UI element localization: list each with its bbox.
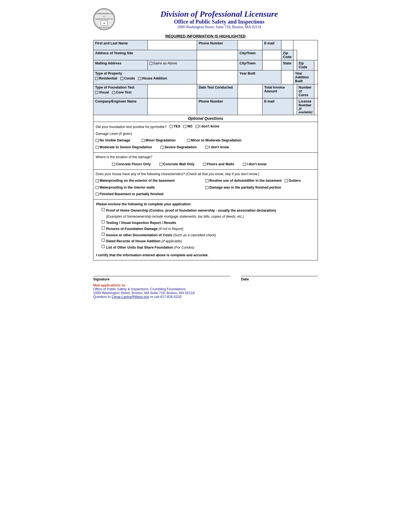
same-as-above-checkbox[interactable]: Same as Above (149, 61, 177, 65)
state-input[interactable] (293, 60, 297, 70)
type-property-label: Type of Property (95, 72, 195, 75)
checkbox-box (95, 77, 98, 80)
checkbox-box (120, 77, 123, 80)
state-label: State (281, 60, 293, 70)
logo-area: COMMONWEALTH OF MASSACHUSETTS ★ SUB LIBE… (93, 8, 121, 30)
company-engineer-input[interactable] (147, 98, 197, 115)
yes-label: YES (173, 124, 180, 129)
footer-line1: Office of Public Safety & Inspections, C… (93, 287, 318, 291)
email-label: E-mail (262, 40, 281, 50)
checkbox-box (138, 77, 141, 80)
moderate-severe-checkbox[interactable]: Moderate to Severe Degradation (96, 144, 152, 150)
zip-code-label: Zip Code (281, 50, 293, 60)
city-town-input[interactable] (262, 50, 281, 60)
visual-checkbox[interactable]: Visual (95, 90, 109, 94)
license-number-input[interactable] (314, 98, 318, 115)
core-test-label: Core Test (116, 90, 132, 94)
checkbox-box (205, 146, 208, 149)
company-phone-input[interactable] (238, 98, 262, 115)
condo-checkbox[interactable]: Condo (120, 76, 135, 80)
waterproofing-interior-checkbox[interactable]: Waterproofing in the interior walls (96, 185, 155, 190)
footer-email-link[interactable]: Cesar.Lastra@Mass.gov (112, 295, 149, 299)
finished-basement-label: Finished Basement or partially finished (99, 191, 163, 197)
mailing-zip-input[interactable] (314, 60, 318, 70)
page-header: COMMONWEALTH OF MASSACHUSETTS ★ SUB LIBE… (93, 8, 318, 30)
property-options: Residential Condo House Addition (95, 75, 195, 81)
dont-know-pyrrhotite-checkbox[interactable]: I don't know (196, 124, 219, 129)
mailing-city-town-label: City/Town (238, 60, 262, 70)
checkbox-box (206, 186, 209, 189)
residential-checkbox[interactable]: Residential (95, 76, 117, 80)
no-checkbox[interactable]: NO (183, 124, 192, 129)
first-last-name-input[interactable] (147, 40, 197, 50)
minor-moderate-checkbox[interactable]: Minor to Moderate Degradation (187, 138, 242, 143)
zip-code-input[interactable] (293, 50, 297, 60)
yes-checkbox[interactable]: YES (170, 124, 180, 129)
city-town-label: City/Town (238, 50, 262, 60)
phone-number-label: Phone Number (197, 40, 238, 50)
encl-item-5: Dated Records of House Addition (If appl… (102, 238, 315, 244)
encl-item-2-label: Testing / Visual Inspection Report / Res… (106, 221, 176, 225)
encl-item-1-label: Proof of Home Ownership (Condos: proof o… (106, 209, 276, 212)
minor-moderate-label: Minor to Moderate Degradation (191, 138, 242, 143)
certify-line: I certify that the information entered a… (96, 252, 315, 258)
dehumidifier-checkbox[interactable]: Routine use of dehumidifier in the basem… (206, 178, 282, 184)
foundation-test-input[interactable] (147, 84, 197, 98)
checkbox-box (96, 186, 99, 189)
concrete-wall-checkbox[interactable]: Concrete Wall Only (159, 161, 195, 167)
phone-number-input[interactable] (238, 40, 262, 50)
year-addition-label: Year Addition Built (293, 70, 314, 84)
dont-know-location-checkbox[interactable]: I don't know (243, 161, 266, 167)
address-testing-input[interactable] (197, 50, 238, 60)
encl-item-2-content: Testing / Visual Inspection Report / Res… (106, 220, 176, 226)
checkbox-box (183, 125, 186, 128)
characteristics-col2: Routine use of dehumidifier in the basem… (206, 178, 315, 198)
checkbox-box (96, 139, 99, 142)
encl-item-1: Proof of Home Ownership (Condos: proof o… (102, 207, 315, 220)
mailing-zip-label: Zip Code (297, 60, 314, 70)
optional-questions-header: Optional Questions (93, 115, 318, 122)
year-addition-input[interactable] (314, 70, 318, 84)
minor-degradation-checkbox[interactable]: Minor Degradation (142, 138, 176, 143)
mailing-city-input[interactable] (262, 60, 281, 70)
date-test-input[interactable] (238, 84, 262, 98)
company-email-input[interactable] (293, 98, 297, 115)
table-row: Address of Testing Site City/Town Zip Co… (93, 50, 318, 60)
property-type-input[interactable] (197, 70, 238, 84)
date-line[interactable] (241, 269, 318, 276)
encl-item-5-content: Dated Records of House Addition (If appl… (106, 238, 182, 244)
floors-walls-checkbox[interactable]: Floors and Walls (203, 161, 234, 167)
core-test-checkbox[interactable]: Core Test (112, 90, 132, 94)
num-cores-input[interactable] (314, 84, 318, 98)
severe-degradation-checkbox[interactable]: Severe Degradation (161, 144, 196, 150)
checkbox-box (149, 62, 152, 65)
table-row: Company/Engineer Name Phone Number E-mai… (93, 98, 318, 115)
signature-line[interactable] (93, 269, 230, 276)
pyrrhotite-question-line: Did your foundation test positive for py… (96, 124, 315, 130)
location-question: Where is the location of the damage? (96, 155, 152, 159)
damage-level-label: Damage Level (If given) (96, 132, 132, 136)
checkbox-box (102, 220, 105, 223)
email-input[interactable] (281, 40, 293, 50)
mailing-address-input[interactable] (197, 60, 238, 70)
waterproofing-exterior-checkbox[interactable]: Waterproofing on the exterior of the bas… (96, 178, 175, 184)
company-phone-label: Phone Number (197, 98, 238, 115)
signature-label: Signature (93, 277, 230, 281)
encl-item-3-note: (If not in Report) (159, 227, 183, 231)
gutters-checkbox[interactable]: Gutters (285, 178, 301, 184)
total-invoice-input[interactable] (293, 84, 297, 98)
finished-basement-checkbox[interactable]: Finished Basement or partially finished (96, 191, 163, 197)
waterproofing-exterior-label: Waterproofing on the exterior of the bas… (99, 178, 175, 184)
no-visible-damage-checkbox[interactable]: No Visible Damage (96, 138, 130, 143)
house-addition-checkbox[interactable]: House Addition (138, 76, 167, 80)
damage-options-row1: No Visible Damage Minor Degradation Mino… (96, 138, 315, 144)
damage-partial-checkbox[interactable]: Damage was in the partially finished por… (206, 185, 281, 190)
main-title: Division of Professional Licensure (121, 9, 318, 19)
dont-know-damage-checkbox[interactable]: I don't know (205, 144, 229, 150)
encl-item-3: Pictures of Foundation Damage (If not in… (102, 226, 315, 232)
concrete-floors-checkbox[interactable]: Concrete Floors Only (112, 161, 151, 167)
year-built-input[interactable] (281, 70, 293, 84)
checkbox-box (102, 208, 105, 211)
concrete-floors-label: Concrete Floors Only (116, 161, 151, 167)
signature-block: Signature (93, 269, 230, 281)
